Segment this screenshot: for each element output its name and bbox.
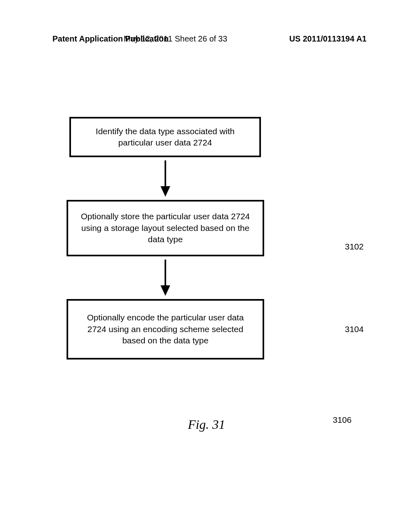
arrow-2 bbox=[67, 256, 264, 299]
flowchart-step-1: Identify the data type associated with p… bbox=[69, 117, 261, 157]
down-arrow-icon bbox=[160, 160, 171, 197]
down-arrow-icon bbox=[160, 260, 171, 296]
flowchart-diagram: Identify the data type associated with p… bbox=[67, 117, 309, 360]
arrow-1 bbox=[67, 157, 264, 200]
header-patent-number: US 2011/0113194 A1 bbox=[289, 34, 367, 44]
svg-marker-1 bbox=[161, 186, 170, 197]
flowchart-step-2: Optionally store the particular user dat… bbox=[67, 200, 264, 256]
step-1-text: Identify the data type associated with p… bbox=[83, 126, 247, 149]
page-header: Patent Application Publication May 12, 2… bbox=[0, 34, 413, 44]
figure-caption: Fig. 31 bbox=[0, 417, 413, 432]
step-2-text: Optionally store the particular user dat… bbox=[80, 211, 250, 245]
step-3-text: Optionally encode the particular user da… bbox=[80, 312, 250, 346]
flowchart-step-3: Optionally encode the particular user da… bbox=[67, 299, 264, 360]
header-date-sheet: May 12, 2011 Sheet 26 of 33 bbox=[124, 34, 227, 44]
svg-marker-3 bbox=[161, 285, 170, 296]
step-1-ref: 3102 bbox=[345, 242, 364, 251]
step-2-ref: 3104 bbox=[345, 324, 364, 334]
